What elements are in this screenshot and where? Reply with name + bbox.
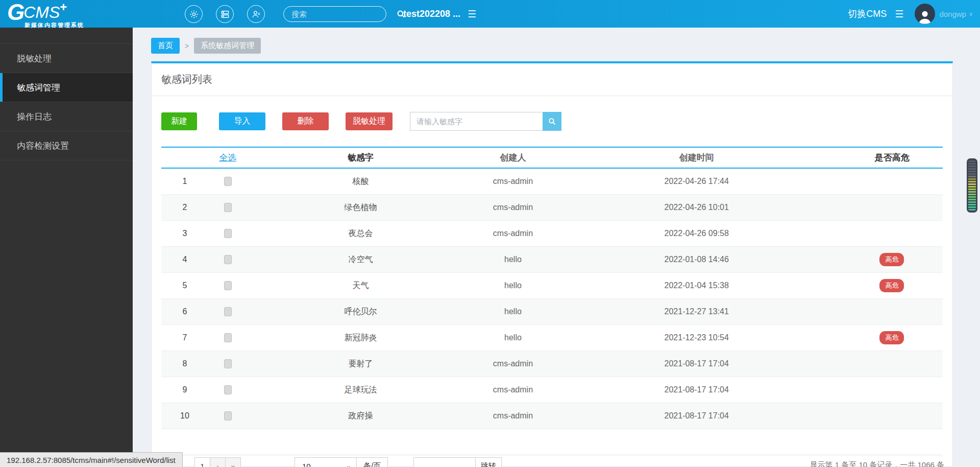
row-checkbox[interactable] (224, 359, 232, 368)
word-search-button[interactable] (543, 112, 561, 131)
site-switcher[interactable]: test202208 ... ☰ (403, 0, 476, 28)
creator-cell: cms-admin (474, 411, 552, 421)
row-checkbox[interactable] (224, 411, 232, 421)
sidebar: 脱敏处理 敏感词管理 操作日志 内容检测设置 (0, 28, 133, 467)
table-row: 9足球玩法cms-admin2021-08-17 17:04 (161, 377, 943, 403)
page-size-unit: 条/页 (356, 457, 388, 467)
delete-button[interactable]: 删除 (282, 112, 329, 130)
table-row: 5天气hello2022-01-04 15:38高危 (161, 273, 943, 299)
created-time-cell: 2022-04-26 09:58 (552, 229, 841, 238)
creator-cell: cms-admin (474, 359, 552, 368)
list-panel: 敏感词列表 新建 导入 删除 脱敏处理 全选 敏感字 创建人 创建时间 (151, 61, 953, 467)
word-search-input[interactable] (410, 112, 543, 131)
row-index: 7 (161, 333, 208, 342)
row-index: 6 (161, 307, 208, 316)
table-row: 1核酸cms-admin2022-04-26 17:44 (161, 169, 943, 195)
sensitive-word-cell: 要射了 (247, 359, 474, 369)
breadcrumb-home[interactable]: 首页 (151, 38, 180, 54)
jump-button[interactable]: 跳转 (475, 457, 502, 467)
sensitive-word-cell: 呼伦贝尔 (247, 307, 474, 317)
row-index: 8 (161, 359, 208, 368)
sensitive-word-cell: 天气 (247, 281, 474, 291)
creator-cell: cms-admin (474, 177, 552, 186)
row-checkbox[interactable] (224, 229, 232, 238)
risk-cell: 高危 (841, 331, 943, 344)
created-time-cell: 2021-12-23 10:54 (552, 333, 841, 342)
caret-down-icon[interactable]: ∨ (969, 11, 973, 17)
gear-icon[interactable] (185, 5, 203, 23)
risk-cell: 高危 (841, 279, 943, 292)
breadcrumb-current[interactable]: 系统敏感词管理 (194, 38, 261, 54)
record-summary: 显示第 1 条至 10 条记录，一共 1066 条 (810, 460, 944, 467)
sidebar-item-content-detection[interactable]: 内容检测设置 (0, 131, 133, 160)
main-content: 首页 > 系统敏感词管理 敏感词列表 新建 导入 删除 脱敏处理 全选 (133, 28, 980, 467)
breadcrumb: 首页 > 系统敏感词管理 (151, 38, 261, 54)
created-time-cell: 2021-08-17 17:04 (552, 359, 841, 368)
row-index: 4 (161, 255, 208, 264)
row-checkbox[interactable] (224, 281, 232, 290)
sidebar-item-operation-log[interactable]: 操作日志 (0, 102, 133, 131)
avatar[interactable] (915, 4, 935, 24)
browser-status-bar: 192.168.2.57:8085/tcms/main#!/sensitiveW… (0, 452, 183, 467)
row-index: 5 (161, 281, 208, 290)
sensitive-word-cell: 冷空气 (247, 254, 474, 265)
sidebar-spacer (0, 28, 133, 44)
sensitive-word-cell: 新冠肺炎 (247, 333, 474, 343)
jump-page-input[interactable] (413, 457, 476, 467)
sidebar-item-desensitize[interactable]: 脱敏处理 (0, 44, 133, 73)
select-all-link[interactable]: 全选 (219, 153, 236, 162)
table-row: 6呼伦贝尔hello2021-12-27 13:41 (161, 299, 943, 325)
logo-cms: CMS (23, 4, 60, 20)
created-time-cell: 2021-12-27 13:41 (552, 307, 841, 316)
table-row: 7新冠肺炎hello2021-12-23 10:54高危 (161, 325, 943, 351)
sensitive-word-cell: 绿色植物 (247, 202, 474, 213)
creator-cell: hello (474, 281, 552, 290)
table-body: 1核酸cms-admin2022-04-26 17:442绿色植物cms-adm… (161, 169, 943, 429)
user-manage-icon[interactable] (247, 5, 265, 23)
new-button[interactable]: 新建 (161, 112, 197, 130)
page-size-value: 10 (302, 462, 311, 467)
sidebar-item-label: 操作日志 (17, 111, 52, 123)
next-page-button[interactable]: › (210, 457, 226, 467)
row-index: 2 (161, 203, 208, 212)
created-time-cell: 2022-04-26 10:01 (552, 203, 841, 212)
site-label: test202208 ... (403, 9, 460, 19)
sidebar-item-label: 内容检测设置 (17, 140, 69, 152)
header-search-input[interactable] (284, 10, 396, 18)
page-size-select[interactable]: 10 ⌄ (295, 457, 357, 467)
sensitive-word-cell: 政府操 (247, 411, 474, 422)
sidebar-item-label: 敏感词管理 (17, 82, 60, 94)
high-risk-badge: 高危 (879, 279, 904, 292)
page-button-1[interactable]: 1 (194, 457, 210, 467)
import-button[interactable]: 导入 (219, 112, 265, 130)
row-checkbox[interactable] (224, 385, 232, 394)
header-search (283, 6, 386, 22)
row-index: 10 (161, 411, 208, 421)
sensitive-word-cell: 足球玩法 (247, 385, 474, 395)
column-header-creator: 创建人 (474, 152, 552, 164)
creator-cell: cms-admin (474, 229, 552, 238)
row-checkbox[interactable] (224, 333, 232, 342)
row-checkbox[interactable] (224, 255, 232, 264)
menu-icon[interactable]: ☰ (468, 8, 476, 20)
switch-cms-button[interactable]: 切换CMS (848, 8, 887, 20)
username[interactable]: dongwp (939, 10, 966, 18)
table-row: 3夜总会cms-admin2022-04-26 09:58 (161, 221, 943, 247)
row-checkbox[interactable] (224, 307, 232, 316)
created-time-cell: 2021-08-17 17:04 (552, 385, 841, 394)
row-checkbox[interactable] (224, 177, 232, 186)
row-checkbox[interactable] (224, 203, 232, 212)
last-page-button[interactable]: » (225, 457, 241, 467)
sidebar-item-sensitive-words[interactable]: 敏感词管理 (0, 73, 133, 102)
app-logo: G CMS + 新媒体内容管理系统 (7, 1, 84, 28)
pagination: 1 › » 10 ⌄ 条/页 跳转 显示第 1 条至 10 条记录，一共 106… (152, 457, 953, 467)
modules-icon[interactable] (216, 5, 234, 23)
table-row: 8要射了cms-admin2021-08-17 17:04 (161, 351, 943, 377)
creator-cell: cms-admin (474, 385, 552, 394)
cms-menu-icon[interactable]: ☰ (895, 8, 903, 20)
created-time-cell: 2022-01-08 14:46 (552, 255, 841, 264)
creator-cell: cms-admin (474, 203, 552, 212)
chevron-down-icon: ⌄ (346, 462, 351, 467)
desensitize-button[interactable]: 脱敏处理 (346, 112, 393, 130)
scroll-indicator[interactable] (967, 158, 977, 213)
